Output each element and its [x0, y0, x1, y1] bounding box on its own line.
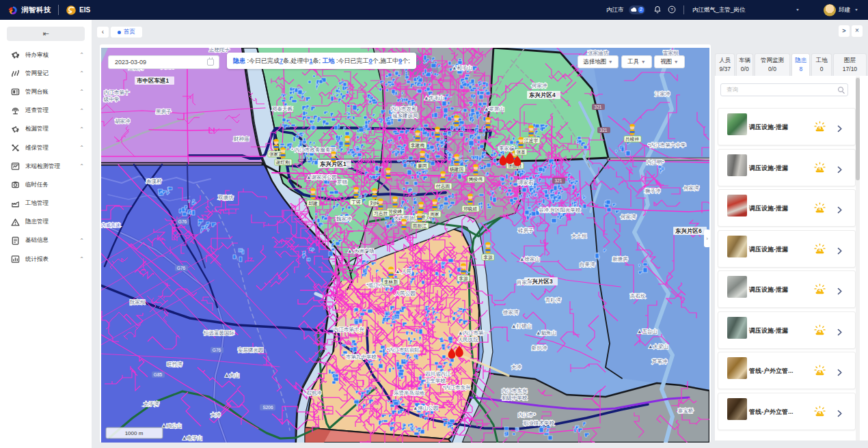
svg-text:内江市第十: 内江市第十	[104, 89, 130, 96]
svg-text:东兴片区6: 东兴片区6	[675, 227, 702, 234]
svg-text:何俊峰: 何俊峰	[388, 209, 403, 214]
svg-text:▲打锣山: ▲打锣山	[511, 323, 532, 329]
svg-text:▲五台山: ▲五台山	[637, 328, 657, 335]
svg-text:内江市东兴: 内江市东兴	[502, 388, 528, 394]
svg-text:▲大山: ▲大山	[224, 372, 239, 378]
svg-text:G76: G76	[177, 266, 186, 270]
svg-text:寨宝桥: 寨宝桥	[678, 408, 694, 414]
svg-text:▲徐家山: ▲徐家山	[519, 256, 540, 262]
svg-text:▲内江市第一: ▲内江市第一	[458, 330, 489, 336]
svg-text:正梗陀子: 正梗陀子	[209, 48, 230, 53]
svg-text:刘绅: 刘绅	[370, 201, 379, 206]
svg-text:李源: 李源	[459, 276, 468, 281]
svg-text:周家: 周家	[430, 212, 439, 216]
svg-text:谢红刚: 谢红刚	[275, 160, 290, 165]
svg-text:东兴片区4: 东兴片区4	[528, 92, 556, 98]
svg-text:4: 4	[818, 287, 821, 293]
svg-text:石包冲: 石包冲	[306, 390, 322, 396]
svg-text:财神庙: 财神庙	[234, 136, 249, 142]
svg-text:内江市第十兴: 内江市第十兴	[334, 326, 365, 333]
svg-text:内江明*: 内江明*	[647, 159, 664, 165]
svg-text:321: 321	[595, 104, 602, 109]
svg-text:▲和子山: ▲和子山	[452, 65, 472, 71]
svg-text:邱建: 邱建	[308, 201, 318, 206]
svg-text:阮家坝: 阮家坝	[130, 299, 146, 305]
svg-text:江家冲: 江家冲	[655, 91, 670, 97]
svg-text:人民公园: 人民公园	[395, 290, 416, 296]
svg-text:市第九中学校: 市第九中学校	[346, 354, 377, 360]
svg-text:*内江市站前站: *内江市站前站	[387, 347, 420, 353]
svg-text:黑房子: 黑房子	[156, 109, 172, 115]
svg-text:江波宇: 江波宇	[524, 138, 539, 143]
svg-text:张基: 张基	[516, 150, 526, 155]
svg-text:虾扒冲: 虾扒冲	[532, 345, 547, 351]
svg-text:市中区车巡1: 市中区车巡1	[136, 77, 169, 84]
svg-text:初级中学校: 初级中学校	[502, 395, 528, 401]
svg-text:4: 4	[818, 409, 821, 415]
svg-text:李建梅: 李建梅	[411, 143, 425, 148]
svg-text:何家湾: 何家湾	[621, 214, 636, 220]
svg-text:胡家冲: 胡家冲	[115, 118, 131, 124]
svg-text:321: 321	[555, 178, 562, 183]
svg-text:* 内江市政务服务局: * 内江市政务服务局	[291, 147, 336, 153]
svg-text:杨建国: 杨建国	[449, 167, 463, 172]
svg-text:青杠湾: 青杠湾	[545, 297, 561, 303]
svg-text:▲塔山公园: ▲塔山公园	[413, 405, 438, 411]
svg-text:要回: 要回	[418, 163, 427, 169]
svg-text:四川省内江: 四川省内江	[425, 371, 451, 377]
svg-text:级中学: 级中学	[103, 96, 120, 102]
svg-text:*内江市第六中学: *内江市第六中学	[648, 142, 686, 148]
svg-text:太子湾: 太子湾	[144, 401, 159, 407]
svg-text:城乡建设局: 城乡建设局	[392, 113, 418, 119]
svg-text:砖房子: 砖房子	[517, 227, 534, 234]
svg-text:内江市农和: 内江市农和	[391, 106, 417, 112]
svg-text:G76: G76	[213, 348, 221, 352]
svg-text:4: 4	[818, 124, 821, 130]
svg-text:4: 4	[818, 328, 821, 334]
svg-text:魏家冲: 魏家冲	[336, 216, 352, 222]
svg-text:双塘坊: 双塘坊	[218, 195, 234, 201]
svg-text:▲大梁山: ▲大梁山	[648, 344, 668, 350]
svg-text:4: 4	[818, 165, 821, 171]
svg-text:恒远蓝茵国际: 恒远蓝茵国际	[203, 330, 235, 336]
svg-text:李林新: 李林新	[384, 279, 398, 285]
svg-text:丁铸: 丁铸	[351, 199, 361, 204]
svg-text:芦苇冲: 芦苇冲	[652, 359, 668, 365]
svg-text:寿溪村: 寿溪村	[146, 178, 162, 184]
svg-text:4: 4	[818, 368, 821, 374]
svg-text:▲翠屏山: ▲翠屏山	[484, 106, 504, 112]
svg-text:习志胜: 习志胜	[374, 211, 388, 216]
svg-text:G85: G85	[154, 372, 163, 377]
svg-text:▲ 大洲广场: ▲ 大洲广场	[347, 248, 375, 254]
svg-text:旺竹湾: 旺竹湾	[167, 361, 182, 367]
svg-text:›: ›	[706, 236, 708, 242]
svg-text:?: ?	[670, 8, 673, 12]
svg-text:内威高速: 内威高速	[101, 223, 120, 227]
svg-text:内江市*: 内江市*	[518, 412, 536, 418]
svg-text:▲牛毛山: ▲牛毛山	[424, 95, 444, 101]
svg-text:S206: S206	[262, 405, 273, 410]
svg-text:罗猫: 罗猫	[337, 179, 348, 185]
svg-text:*内江市东兴: *内江市东兴	[443, 384, 471, 391]
svg-text:吕峻祥: 吕峻祥	[625, 137, 640, 142]
svg-text:新塘房: 新塘房	[612, 256, 628, 262]
svg-text:▲魁角山: ▲魁角山	[536, 330, 556, 336]
svg-text:何家冲: 何家冲	[532, 83, 547, 89]
svg-text:人民医院: 人民医院	[458, 337, 479, 343]
svg-text:4: 4	[818, 206, 821, 212]
svg-text:1000 m: 1000 m	[125, 430, 144, 436]
svg-text:何家湾: 何家湾	[683, 185, 699, 191]
svg-text:大冲: 大冲	[511, 364, 521, 370]
svg-text:谭家石: 谭家石	[518, 180, 534, 186]
svg-text:肖家冲: 肖家冲	[517, 279, 532, 285]
svg-text:谷冲: 谷冲	[539, 207, 549, 213]
svg-text:大土坝: 大土坝	[571, 233, 587, 239]
svg-text:▲鸡公山: ▲鸡公山	[161, 423, 182, 429]
svg-text:4: 4	[818, 247, 821, 253]
svg-text:李源: 李源	[483, 255, 493, 260]
svg-text:乐贤半岛湿地: 乐贤半岛湿地	[394, 390, 425, 396]
svg-text:李家碥: 李家碥	[499, 145, 515, 152]
svg-text:狮子冲: 狮子冲	[645, 188, 661, 194]
svg-text:付志圆: 付志圆	[436, 184, 450, 189]
svg-text:南郡江: 南郡江	[413, 223, 427, 229]
